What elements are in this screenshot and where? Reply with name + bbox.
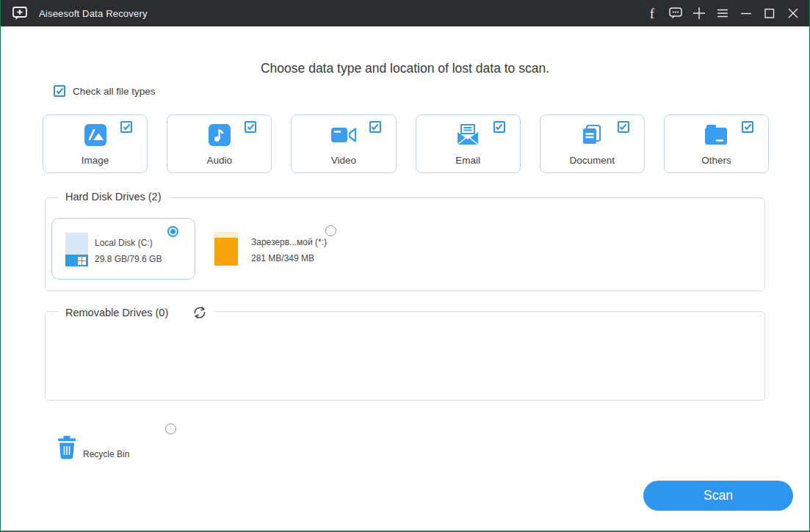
close-icon[interactable] xyxy=(781,0,805,26)
drive-system-reserved[interactable]: Зарезерв...мой (*:) 281 MB/349 MB xyxy=(209,218,352,280)
window-title: Aiseesoft Data Recovery xyxy=(39,8,148,19)
file-type-card-image[interactable]: Image xyxy=(43,114,148,173)
drive-c-radio[interactable] xyxy=(167,226,178,237)
check-all-checkbox[interactable] xyxy=(54,85,65,97)
removable-drives-title: Removable Drives (0) xyxy=(65,307,168,318)
audio-icon xyxy=(167,123,271,147)
drive-name: Local Disk (C:) xyxy=(95,238,153,248)
file-type-label: Email xyxy=(416,155,520,166)
file-type-label: Video xyxy=(292,155,395,166)
check-all-file-types[interactable]: Check all file types xyxy=(54,85,156,97)
recycle-bin-radio[interactable] xyxy=(165,423,176,434)
drive-local-disk-c[interactable]: Local Disk (C:) 29.8 GB/79.6 GB xyxy=(51,218,195,280)
file-type-card-others[interactable]: Others xyxy=(664,114,769,173)
file-type-cards: Image Audio xyxy=(43,114,769,173)
file-type-label: Image xyxy=(43,155,147,166)
menu-icon[interactable] xyxy=(711,0,734,26)
file-type-label: Others xyxy=(665,155,768,166)
file-type-card-audio[interactable]: Audio xyxy=(167,114,272,173)
file-type-card-document[interactable]: Document xyxy=(540,114,645,173)
scan-button[interactable]: Scan xyxy=(643,481,793,511)
document-icon xyxy=(540,123,644,147)
maximize-icon[interactable] xyxy=(758,0,781,26)
drive-reserved-radio[interactable] xyxy=(325,225,336,236)
feedback-bubble-icon[interactable] xyxy=(664,0,687,26)
check-all-label: Check all file types xyxy=(73,86,156,97)
windows-disk-icon xyxy=(65,233,88,269)
app-logo-icon xyxy=(11,4,29,22)
file-type-label: Audio xyxy=(167,155,271,166)
drive-name: Зарезерв...мой (*:) xyxy=(251,237,327,247)
removable-drives-section: Removable Drives (0) xyxy=(45,311,765,401)
minimize-icon[interactable] xyxy=(734,0,758,26)
file-type-label: Document xyxy=(540,155,644,166)
title-bar: Aiseesoft Data Recovery f xyxy=(1,0,809,26)
recycle-bin-label: Recycle Bin xyxy=(83,449,129,459)
drive-capacity: 29.8 GB/79.6 GB xyxy=(95,254,162,264)
file-type-card-video[interactable]: Video xyxy=(291,114,396,173)
others-icon xyxy=(665,123,768,147)
add-icon[interactable] xyxy=(687,0,711,26)
image-icon xyxy=(43,123,147,147)
email-icon xyxy=(416,123,520,147)
orange-disk-icon xyxy=(214,232,238,269)
hard-disk-drives-section: Hard Disk Drives (2) Local Disk (C:) 29.… xyxy=(45,197,765,291)
refresh-icon[interactable] xyxy=(192,305,208,321)
hard-disk-drives-title: Hard Disk Drives (2) xyxy=(59,191,168,203)
facebook-icon[interactable]: f xyxy=(640,0,664,26)
drive-capacity: 281 MB/349 MB xyxy=(251,253,314,263)
recycle-bin-icon xyxy=(56,436,78,462)
page-title: Choose data type and location of lost da… xyxy=(1,61,809,76)
video-icon xyxy=(292,123,395,147)
file-type-card-email[interactable]: Email xyxy=(416,114,521,173)
app-window: Aiseesoft Data Recovery f xyxy=(0,0,810,532)
